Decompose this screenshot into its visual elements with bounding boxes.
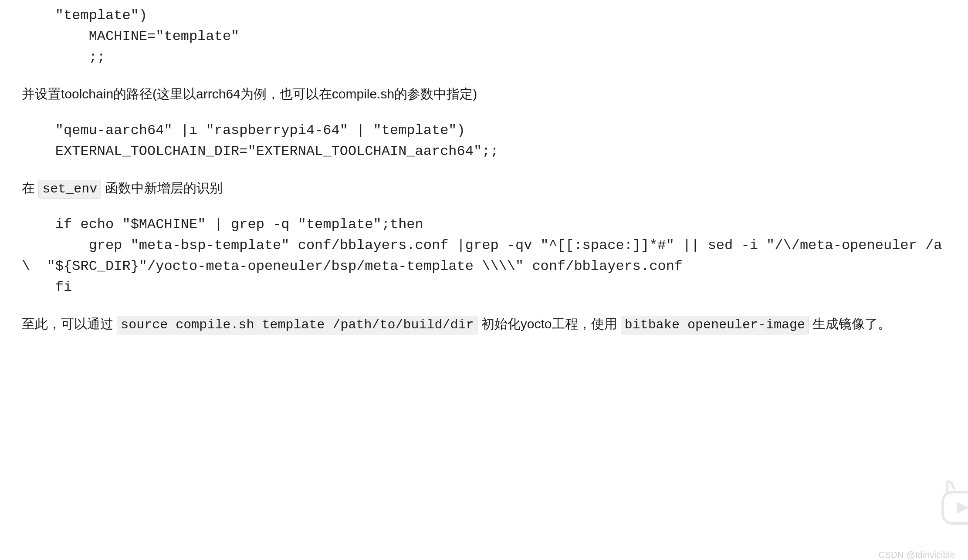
text-post: 生成镜像了。	[809, 317, 891, 331]
code-text: "qemu-aarch64" |ı "raspberrypi4-64" | "t…	[22, 120, 946, 162]
watermark: CSDN @Idinvicible	[879, 548, 955, 560]
code-text: "template") MACHINE="template" ;;	[22, 5, 946, 68]
inline-code-set-env: set_env	[38, 180, 101, 199]
paragraph-toolchain-note: 并设置toolchain的路径(这里以arrch64为例，也可以在compile…	[22, 84, 946, 105]
document-page: "template") MACHINE="template" ;; 并设置too…	[0, 5, 968, 560]
paragraph-build-instructions: 至此，可以通过 source compile.sh template /path…	[22, 314, 946, 334]
text-pre: 至此，可以通过	[22, 317, 117, 331]
paragraph-set-env: 在 set_env 函数中新增层的识别	[22, 178, 946, 199]
code-block-3: if echo "$MACHINE" | grep -q "template";…	[22, 211, 946, 301]
inline-code-bitbake-cmd: bitbake openeuler-image	[621, 316, 809, 334]
code-block-2: "qemu-aarch64" |ı "raspberrypi4-64" | "t…	[22, 117, 946, 165]
text-mid: 初始化yocto工程，使用	[477, 317, 620, 331]
code-text: if echo "$MACHINE" | grep -q "template";…	[22, 214, 946, 298]
text-post: 函数中新增层的识别	[101, 181, 222, 195]
play-edge-icon	[938, 480, 968, 532]
code-block-1: "template") MACHINE="template" ;;	[22, 5, 946, 71]
inline-code-compile-cmd: source compile.sh template /path/to/buil…	[117, 316, 477, 334]
text-pre: 在	[22, 181, 38, 195]
